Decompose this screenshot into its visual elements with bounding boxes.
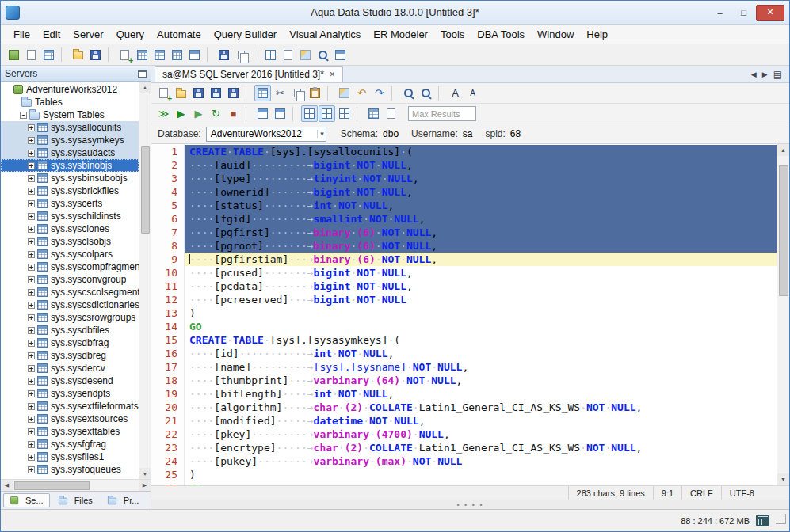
tree-item-sys-sysallocunits[interactable]: +sys.sysallocunits	[1, 121, 139, 134]
document-tab[interactable]: sa@MS SQL Server 2016 [Untitled 3]* ×	[155, 66, 343, 82]
expand-icon[interactable]: +	[28, 378, 35, 385]
database-select[interactable]: AdventureWorks2012 ▾	[206, 127, 326, 142]
split-vertical-icon[interactable]	[319, 105, 335, 122]
menu-item-query-builder[interactable]: Query Builder	[208, 26, 283, 43]
schema-browser-icon[interactable]	[40, 47, 57, 63]
max-results-input[interactable]	[408, 106, 476, 121]
redo-icon[interactable]: ↷	[371, 85, 387, 101]
format-sql-icon[interactable]	[336, 85, 353, 101]
expand-icon[interactable]: +	[28, 454, 35, 461]
code-line-11[interactable]: ····[pcdata]·······→bigint·NOT·NULL,	[185, 279, 777, 293]
code-line-13[interactable]: )	[185, 306, 777, 320]
expand-icon[interactable]: +	[28, 466, 35, 473]
tree-item-system-tables[interactable]: -System Tables	[1, 108, 139, 121]
stop-execution-icon[interactable]: ■	[225, 105, 242, 122]
tree-item-sys-sysfgfrag[interactable]: +sys.sysfgfrag	[1, 438, 139, 450]
tree-item-sys-sysclsobjs[interactable]: +sys.sysclsobjs	[1, 235, 139, 248]
code-line-2[interactable]: ····[auid]·········→bigint·NOT·NULL,	[185, 158, 777, 172]
er-modeler-icon[interactable]	[169, 47, 185, 63]
tree-hscrollbar-thumb[interactable]	[14, 481, 90, 490]
code-line-14[interactable]: GO	[185, 320, 777, 333]
code-line-12[interactable]: ····[pcreserved]···→bigint·NOT·NULL	[185, 293, 777, 306]
menu-item-dba-tools[interactable]: DBA Tools	[471, 26, 531, 43]
format-options-icon[interactable]	[297, 47, 314, 63]
options-icon[interactable]	[332, 47, 349, 63]
tab-scroll-right-icon[interactable]: ▶	[762, 70, 768, 78]
code-line-5[interactable]: ····[status]·······→int·NOT·NULL,	[185, 199, 777, 212]
menu-item-server[interactable]: Server	[67, 26, 109, 43]
expand-icon[interactable]: +	[28, 150, 35, 157]
code-line-4[interactable]: ····[ownerid]······→bigint·NOT·NULL,	[185, 185, 777, 199]
import-tool-icon[interactable]	[216, 47, 232, 63]
paste-icon[interactable]	[307, 85, 323, 101]
scroll-left-icon[interactable]: ◀	[1, 480, 13, 491]
menu-item-edit[interactable]: Edit	[36, 26, 67, 43]
code-line-7[interactable]: ····[pgfirst]······→binary·(6)·NOT·NULL,	[185, 226, 777, 239]
menu-item-automate[interactable]: Automate	[151, 26, 208, 43]
code-line-8[interactable]: ····[pgroot]·······→binary·(6)·NOT·NULL,	[185, 239, 777, 253]
font-decrease-icon[interactable]: A	[464, 85, 481, 101]
tree-item-adventureworks2012[interactable]: AdventureWorks2012	[1, 83, 139, 96]
tab-scroll-left-icon[interactable]: ◀	[751, 70, 757, 78]
menu-item-tools[interactable]: Tools	[434, 26, 471, 43]
query-builder-icon[interactable]	[134, 47, 151, 63]
code-line-24[interactable]: ····[pukey]········→varbinary·(max)·NOT·…	[185, 454, 777, 468]
execute-edit-icon[interactable]: ▶	[190, 105, 207, 122]
open-file-icon[interactable]	[173, 85, 189, 101]
code-line-25[interactable]: )	[185, 468, 777, 481]
expand-icon[interactable]: +	[28, 188, 35, 195]
sidebar-tab-files[interactable]: Files	[52, 493, 99, 507]
tree-item-sys-sysaudacts[interactable]: +sys.sysaudacts	[1, 146, 139, 159]
expand-icon[interactable]: +	[28, 226, 35, 233]
sql-editor[interactable]: 1234567891011121314151617181920212223242…	[151, 144, 789, 485]
table-data-editor-icon[interactable]	[151, 47, 168, 63]
close-button[interactable]: ✕	[756, 5, 784, 21]
tree-item-sys-sysfoqueues[interactable]: +sys.sysfoqueues	[1, 463, 139, 476]
query-options-icon[interactable]	[254, 105, 271, 122]
expand-icon[interactable]: +	[28, 340, 35, 347]
sidebar-tab-se[interactable]: Se...	[3, 493, 50, 507]
code-line-3[interactable]: ····[type]·········→tinyint·NOT·NULL,	[185, 172, 777, 185]
expand-icon[interactable]: +	[28, 251, 35, 258]
tree-item-sys-sysextfileformats[interactable]: +sys.sysextfileformats	[1, 400, 139, 412]
split-horizontal-icon[interactable]	[301, 105, 318, 122]
code-line-10[interactable]: ····[pcused]·······→bigint·NOT·NULL,	[185, 266, 777, 279]
expand-icon[interactable]: +	[28, 441, 35, 448]
expand-icon[interactable]: +	[28, 428, 35, 435]
text-results-icon[interactable]	[383, 105, 399, 122]
code-line-15[interactable]: CREATE·TABLE·[sys].[sysasymkeys]·(	[185, 333, 777, 347]
tree-item-sys-sysbrickfiles[interactable]: +sys.sysbrickfiles	[1, 184, 139, 197]
code-line-21[interactable]: ····[modified]·····→datetime·NOT·NULL,	[185, 414, 777, 428]
expand-icon[interactable]: +	[28, 264, 35, 271]
menu-item-visual-analytics[interactable]: Visual Analytics	[283, 26, 367, 43]
save-all-icon[interactable]	[225, 85, 242, 101]
tree-item-sys-sysdercv[interactable]: +sys.sysdercv	[1, 362, 139, 374]
tree-item-sys-sysdesend[interactable]: +sys.sysdesend	[1, 374, 139, 387]
sidebar-tab-pr[interactable]: Pr...	[101, 493, 146, 507]
tree-item-sys-syscscolsegments[interactable]: +sys.syscscolsegments	[1, 286, 139, 298]
menu-item-query[interactable]: Query	[110, 26, 151, 43]
code-line-22[interactable]: ····[pkey]·········→varbinary·(4700)·NUL…	[185, 428, 777, 441]
scroll-up-icon[interactable]: ▲	[777, 144, 789, 156]
tree-item-sys-sysbinsubobjs[interactable]: +sys.sysbinsubobjs	[1, 172, 139, 184]
open-file-icon[interactable]	[70, 47, 86, 63]
tree-item-sys-sysclones[interactable]: +sys.sysclones	[1, 222, 139, 235]
code-line-6[interactable]: ····[fgid]·········→smallint·NOT·NULL,	[185, 212, 777, 226]
code-area[interactable]: CREATE·TABLE·[sys].[sysallocunits]·(····…	[185, 144, 777, 485]
tab-list-icon[interactable]: ▤	[773, 69, 782, 80]
grid-results-icon[interactable]	[365, 105, 382, 122]
schema-compare-icon[interactable]	[262, 47, 279, 63]
expand-icon[interactable]: +	[28, 162, 35, 169]
collapse-icon[interactable]: -	[20, 112, 27, 119]
tree-item-sys-sysfiles1[interactable]: +sys.sysfiles1	[1, 450, 139, 463]
expand-icon[interactable]: +	[28, 403, 35, 410]
font-increase-icon[interactable]: A	[447, 85, 464, 101]
register-server-icon[interactable]	[6, 47, 22, 63]
cut-icon[interactable]: ✂	[272, 85, 288, 101]
scroll-right-icon[interactable]: ▶	[139, 480, 151, 491]
code-line-9[interactable]: ····[pgfirstiam]···→binary·(6)·NOT·NULL,	[185, 253, 777, 266]
garbage-collect-icon[interactable]	[756, 515, 769, 526]
tree-item-sys-sysconvgroup[interactable]: +sys.sysconvgroup	[1, 273, 139, 286]
expand-icon[interactable]: +	[28, 276, 35, 283]
expand-icon[interactable]: +	[28, 352, 35, 359]
